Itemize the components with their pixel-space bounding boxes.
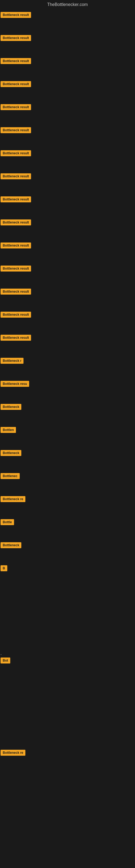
list-item: Bot	[0, 655, 135, 678]
bottleneck-badge[interactable]: Bottleneck re	[1, 750, 26, 756]
bottleneck-badge[interactable]: Bottleneck resu	[1, 381, 29, 387]
bottleneck-badge[interactable]: Bottleneck result	[1, 35, 31, 41]
bottleneck-badge[interactable]: Bottleneck result	[1, 335, 31, 341]
list-item	[0, 701, 135, 724]
site-title: TheBottlenecker.com	[0, 0, 135, 9]
bottleneck-badge[interactable]: Bottleneck result	[1, 12, 31, 18]
list-item: Bottleneck result	[0, 9, 135, 32]
list-item: Bottleneck result	[0, 148, 135, 170]
bottleneck-badge[interactable]: Bottleneck result	[1, 150, 31, 156]
bottleneck-badge[interactable]: Bottleneck result	[1, 289, 31, 294]
bottleneck-badge[interactable]: Bottleneck result	[1, 81, 31, 87]
list-item: Bottleneck result	[0, 332, 135, 355]
list-item	[0, 770, 135, 793]
list-item	[0, 632, 135, 655]
list-item	[0, 586, 135, 609]
bottleneck-badge[interactable]: Bottlenec	[1, 473, 20, 479]
bottleneck-badge[interactable]: Bottleneck	[1, 404, 21, 410]
list-item: Bottleneck result	[0, 124, 135, 148]
bottleneck-badge[interactable]: Bottlen	[1, 427, 16, 433]
list-item: Bottleneck result	[0, 286, 135, 309]
list-item: Bottleneck re	[0, 747, 135, 770]
bottleneck-badge[interactable]: Bottleneck result	[1, 127, 31, 133]
bottleneck-badge[interactable]: B	[1, 565, 7, 571]
list-item: Bottleneck	[0, 401, 135, 424]
list-item: Bottleneck re	[0, 493, 135, 517]
list-item	[0, 724, 135, 747]
bottleneck-badge[interactable]: Bottle	[1, 519, 14, 525]
list-item: Bottlenec	[0, 470, 135, 493]
list-item: Bottlen	[0, 424, 135, 447]
bottleneck-badge[interactable]: Bottleneck re	[1, 496, 26, 502]
bottleneck-badge[interactable]: Bottleneck result	[1, 219, 31, 225]
list-item	[0, 609, 135, 632]
bottleneck-badge[interactable]: Bottleneck	[1, 450, 21, 456]
list-item: Bottleneck result	[0, 32, 135, 55]
list-item: Bottleneck result	[0, 309, 135, 332]
list-item: Bottleneck r	[0, 355, 135, 378]
bottleneck-badge[interactable]: Bottleneck result	[1, 266, 31, 272]
list-item: B	[0, 563, 135, 586]
bottleneck-badge[interactable]: Bottleneck r	[1, 358, 24, 364]
bottleneck-badge[interactable]: Bot	[1, 657, 10, 663]
list-item: Bottleneck result	[0, 101, 135, 124]
list-item: Bottleneck result	[0, 263, 135, 286]
list-item: Bottleneck result	[0, 240, 135, 263]
bottleneck-badge[interactable]: Bottleneck result	[1, 243, 31, 248]
list-item: Bottleneck	[0, 539, 135, 563]
bottleneck-badge[interactable]: Bottleneck	[1, 542, 21, 548]
list-item: Bottleneck resu	[0, 378, 135, 401]
list-item: Bottleneck result	[0, 79, 135, 101]
list-item	[0, 793, 135, 816]
list-item: Bottleneck result	[0, 217, 135, 240]
bottleneck-badge[interactable]: Bottleneck result	[1, 104, 31, 110]
bottleneck-badge[interactable]: Bottleneck result	[1, 58, 31, 64]
bottleneck-badge[interactable]: Bottleneck result	[1, 196, 31, 203]
list-item	[0, 678, 135, 701]
list-item	[0, 816, 135, 839]
list-item: Bottleneck result	[0, 55, 135, 79]
list-item: Bottle	[0, 517, 135, 539]
bottleneck-badge[interactable]: Bottleneck result	[1, 173, 31, 179]
list-item: Bottleneck result	[0, 170, 135, 194]
bottleneck-badge[interactable]: Bottleneck result	[1, 312, 31, 318]
list-item: Bottleneck result	[0, 194, 135, 217]
list-item: Bottleneck	[0, 447, 135, 470]
